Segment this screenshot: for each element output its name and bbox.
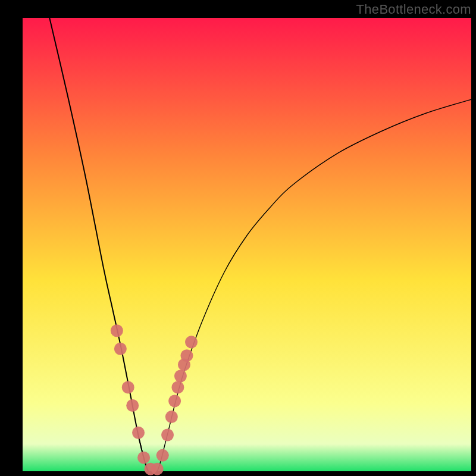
curve-marker [165,411,178,423]
curve-marker [171,381,184,394]
watermark-text: TheBottleneck.com [356,2,471,17]
curve-marker [122,381,134,394]
curve-marker [126,399,139,412]
chart-wrapper: TheBottleneck.com [0,0,476,476]
curve-marker [151,463,164,475]
curve-marker [137,452,150,464]
curve-marker [174,369,187,382]
curve-marker [132,427,145,439]
plot-background [23,18,471,471]
curve-marker [156,449,169,462]
curve-marker [111,324,123,337]
bottleneck-plot [0,0,476,476]
curve-marker [185,336,198,348]
curve-marker [168,394,181,407]
curve-marker [180,349,193,362]
curve-marker [161,429,174,441]
curve-marker [114,343,127,355]
